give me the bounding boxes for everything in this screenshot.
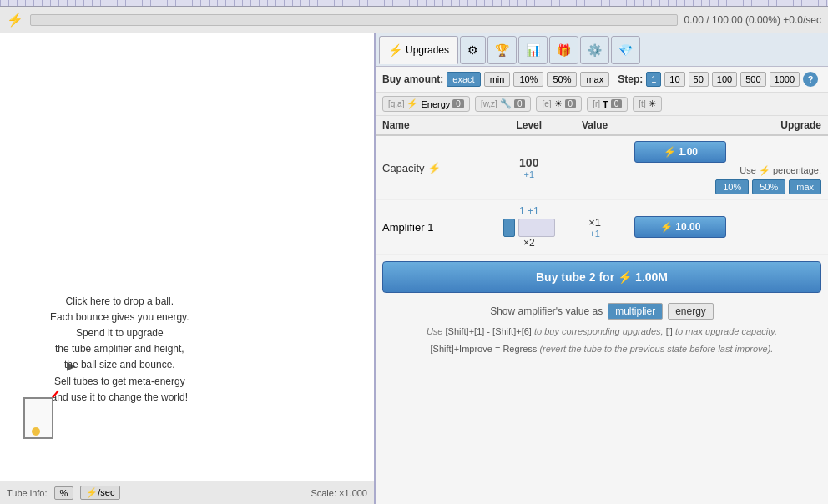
energy-badge-qa[interactable]: [q,a] ⚡ Energy 0 — [382, 96, 470, 112]
step-1-btn[interactable]: 1 — [646, 72, 661, 87]
energy-count: 0 — [452, 99, 464, 108]
step-label: Step: — [618, 73, 643, 85]
buy-50pct-btn[interactable]: 50% — [547, 72, 577, 87]
step-1000-btn[interactable]: 1000 — [770, 72, 800, 87]
amplifier-name-cell: Amplifier 1 — [376, 200, 497, 255]
progress-bar-container — [30, 14, 678, 26]
settings-icon: ⚙️ — [588, 43, 602, 57]
col-value: Value — [562, 116, 628, 135]
amplifier-level-value: 1 +1 — [503, 205, 555, 217]
step-100-btn[interactable]: 100 — [712, 72, 737, 87]
step-10-btn[interactable]: 10 — [664, 72, 684, 87]
buy-tube-button[interactable]: Buy tube 2 for ⚡ 1.00M — [382, 261, 821, 293]
pct-row: 10% 50% max — [634, 179, 821, 194]
gem-icon: 💎 — [618, 43, 633, 57]
help-button[interactable]: ? — [803, 72, 818, 87]
buy-min-btn[interactable]: min — [484, 72, 511, 87]
energy-badge-r[interactable]: [r] T 0 — [587, 97, 628, 112]
tab-special[interactable]: ⚙ — [460, 36, 486, 64]
capacity-value-cell — [562, 135, 628, 200]
capacity-level-sub: +1 — [503, 169, 555, 179]
hint-row-1: Use [Shift]+[1] - [Shift]+[6] to buy cor… — [376, 323, 828, 340]
energy-e-count: 0 — [565, 99, 577, 108]
table-row: Amplifier 1 1 +1 ×2 ×1 +1 — [376, 200, 828, 255]
buy-max-btn[interactable]: max — [580, 72, 609, 87]
buy-10pct-btn[interactable]: 10% — [513, 72, 543, 87]
tab-settings[interactable]: ⚙️ — [580, 36, 609, 64]
show-multiplier-btn[interactable]: multiplier — [608, 303, 663, 320]
asterisk-icon: ✳ — [649, 98, 656, 109]
amp-bar-filled — [503, 219, 515, 237]
lightning-icon: ⚡ — [7, 12, 23, 28]
amplifier-upgrade-btn[interactable]: ⚡ 10.00 — [634, 216, 726, 238]
energy-badge-t[interactable]: [t] ✳ — [633, 96, 661, 112]
amplifier-multiplier: ×1 — [568, 216, 621, 229]
buy-tube-cost: 1.00M — [635, 270, 668, 284]
main-layout: ▶ Click here to drop a ball. Each bounce… — [0, 33, 828, 504]
upgrades-label: Upgrades — [406, 44, 449, 56]
capacity-upgrade-cell: ⚡ 1.00 Use ⚡ percentage: 10% 50% max — [628, 135, 828, 200]
left-canvas[interactable]: ▶ Click here to drop a ball. Each bounce… — [0, 33, 374, 481]
trophy-icon: 🏆 — [495, 43, 509, 57]
capacity-lightning-icon: ⚡ — [427, 162, 441, 174]
left-panel: ▶ Click here to drop a ball. Each bounce… — [0, 33, 376, 504]
energy-label: Energy — [421, 99, 450, 109]
amplifier-bar — [503, 219, 555, 237]
sec-button[interactable]: ⚡/sec — [80, 486, 120, 500]
sun-icon: ☀ — [554, 98, 563, 109]
energy-badge-wz-keys: [w,z] — [481, 99, 497, 108]
capacity-upgrade-lightning: ⚡ — [664, 146, 676, 158]
capacity-level-value: 100 — [503, 156, 555, 169]
gift-icon: 🎁 — [557, 43, 571, 57]
tab-gem[interactable]: 💎 — [611, 36, 640, 64]
pct-button[interactable]: % — [54, 486, 74, 500]
pct-50-btn[interactable]: 50% — [752, 179, 785, 194]
step-500-btn[interactable]: 500 — [740, 72, 765, 87]
upgrades-icon: ⚡ — [388, 43, 402, 57]
buy-amount-label: Buy amount: — [382, 73, 443, 85]
buy-amount-row: Buy amount: exact min 10% 50% max Step: … — [376, 67, 828, 93]
scale-label: Scale: ×1.000 — [310, 488, 367, 498]
drop-instructions: Click here to drop a ball. Each bounce g… — [50, 294, 189, 406]
pct-10-btn[interactable]: 10% — [715, 179, 749, 194]
progress-text: 0.00 / 100.00 (0.00%) +0.0/sec — [684, 14, 821, 26]
amplifier-upgrade-cell: ⚡ 10.00 — [628, 200, 828, 255]
bottom-bar: Tube info: % ⚡/sec Scale: ×1.000 — [0, 481, 374, 504]
show-amplifier-row: Show amplifier's value as multiplier ene… — [376, 300, 828, 323]
energy-row: [q,a] ⚡ Energy 0 [w,z] 🔧 0 [e] ☀ 0 [r] T… — [376, 93, 828, 116]
buy-exact-btn[interactable]: exact — [447, 72, 480, 87]
amplifier-val-sub: +1 — [568, 229, 621, 239]
energy-wz-count: 0 — [514, 99, 526, 108]
use-pct-label: Use ⚡ percentage: — [634, 165, 821, 176]
col-level: Level — [497, 116, 562, 135]
show-energy-btn[interactable]: energy — [668, 303, 714, 320]
ruler — [0, 0, 828, 7]
icon-toolbar: ⚡ Upgrades ⚙ 🏆 📊 🎁 ⚙️ 💎 — [376, 33, 828, 67]
amplifier-upgrade-cost: 10.00 — [675, 221, 700, 233]
capacity-upgrade-cost: 1.00 — [679, 146, 698, 158]
special-icon: ⚙ — [467, 43, 478, 57]
energy-badge-qa-keys: [q,a] — [388, 99, 404, 108]
energy-badge-t-keys: [t] — [639, 99, 645, 108]
energy-badge-e-keys: [e] — [542, 99, 551, 108]
show-amp-label: Show amplifier's value as — [490, 305, 603, 317]
upgrade-table: Name Level Value Upgrade Capacity ⚡ 100 … — [376, 116, 828, 255]
amplifier-x2-label: ×2 — [503, 237, 555, 249]
buy-tube-label: Buy tube 2 for — [536, 270, 614, 284]
chart-icon: 📊 — [526, 43, 540, 57]
tab-trophy[interactable]: 🏆 — [487, 36, 517, 64]
tube-info-label: Tube info: — [7, 488, 48, 498]
energy-r-count: 0 — [611, 99, 623, 108]
pct-max-btn[interactable]: max — [789, 179, 821, 194]
capacity-upgrade-btn[interactable]: ⚡ 1.00 — [634, 141, 726, 163]
amplifier-level-cell: 1 +1 ×2 — [497, 200, 562, 255]
energy-badge-wz[interactable]: [w,z] 🔧 0 — [475, 96, 532, 112]
step-50-btn[interactable]: 50 — [689, 72, 709, 87]
ball — [32, 427, 40, 436]
energy-badge-e[interactable]: [e] ☀ 0 — [536, 96, 582, 112]
col-name: Name — [376, 116, 497, 135]
tab-gift[interactable]: 🎁 — [549, 36, 578, 64]
tab-upgrades[interactable]: ⚡ Upgrades — [379, 36, 458, 64]
tab-chart[interactable]: 📊 — [518, 36, 548, 64]
energy-badge-r-keys: [r] — [593, 99, 600, 108]
